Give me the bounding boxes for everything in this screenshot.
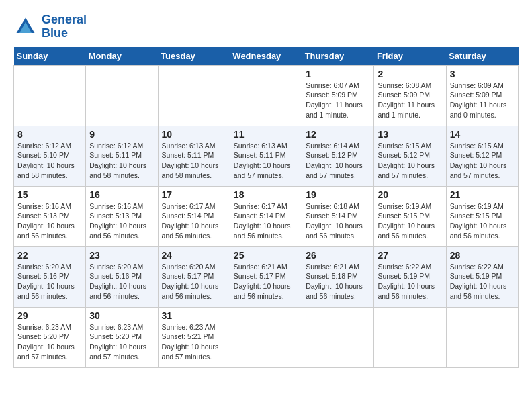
day-number: 8 xyxy=(17,129,82,140)
calendar-cell: 19 Sunrise: 6:18 AMSunset: 5:14 PMDaylig… xyxy=(302,186,374,246)
page-header: General Blue xyxy=(13,13,519,40)
day-number: 18 xyxy=(234,189,298,200)
calendar-cell: 1 Sunrise: 6:07 AMSunset: 5:09 PMDayligh… xyxy=(302,65,374,126)
day-info: Sunrise: 6:16 AMSunset: 5:13 PMDaylight:… xyxy=(17,201,82,241)
day-info: Sunrise: 6:23 AMSunset: 5:20 PMDaylight:… xyxy=(17,322,82,362)
calendar-cell xyxy=(302,307,374,367)
day-info: Sunrise: 6:20 AMSunset: 5:16 PMDaylight:… xyxy=(17,262,82,302)
day-number: 19 xyxy=(306,189,370,200)
day-number: 14 xyxy=(450,129,515,140)
day-number: 23 xyxy=(89,250,154,261)
calendar-cell: 29 Sunrise: 6:23 AMSunset: 5:20 PMDaylig… xyxy=(14,307,86,367)
day-info: Sunrise: 6:21 AMSunset: 5:18 PMDaylight:… xyxy=(306,262,370,302)
day-info: Sunrise: 6:15 AMSunset: 5:12 PMDaylight:… xyxy=(378,141,442,181)
day-of-week-header: Thursday xyxy=(302,47,374,66)
day-number: 31 xyxy=(162,310,226,321)
calendar-cell: 11 Sunrise: 6:13 AMSunset: 5:11 PMDaylig… xyxy=(230,126,302,186)
calendar-cell xyxy=(230,65,302,126)
day-info: Sunrise: 6:17 AMSunset: 5:14 PMDaylight:… xyxy=(234,201,298,241)
day-number: 24 xyxy=(162,250,226,261)
logo: General Blue xyxy=(13,13,87,40)
day-of-week-header: Tuesday xyxy=(158,47,230,66)
calendar-cell: 22 Sunrise: 6:20 AMSunset: 5:16 PMDaylig… xyxy=(14,246,86,307)
day-number: 20 xyxy=(378,189,442,200)
calendar-cell: 13 Sunrise: 6:15 AMSunset: 5:12 PMDaylig… xyxy=(374,126,446,186)
calendar-cell: 9 Sunrise: 6:12 AMSunset: 5:11 PMDayligh… xyxy=(86,126,158,186)
calendar-table: SundayMondayTuesdayWednesdayThursdayFrid… xyxy=(13,47,519,368)
day-number: 11 xyxy=(234,129,298,140)
day-number: 9 xyxy=(89,129,154,140)
day-number: 29 xyxy=(17,310,82,321)
day-info: Sunrise: 6:19 AMSunset: 5:15 PMDaylight:… xyxy=(450,201,515,241)
day-number: 21 xyxy=(450,189,515,200)
calendar-cell: 3 Sunrise: 6:09 AMSunset: 5:09 PMDayligh… xyxy=(446,65,518,126)
calendar-cell xyxy=(158,65,230,126)
day-info: Sunrise: 6:22 AMSunset: 5:19 PMDaylight:… xyxy=(378,262,442,302)
day-info: Sunrise: 6:12 AMSunset: 5:10 PMDaylight:… xyxy=(17,141,82,181)
day-info: Sunrise: 6:21 AMSunset: 5:17 PMDaylight:… xyxy=(234,262,298,302)
day-of-week-header: Saturday xyxy=(446,47,518,66)
calendar-cell: 17 Sunrise: 6:17 AMSunset: 5:14 PMDaylig… xyxy=(158,186,230,246)
calendar-cell: 12 Sunrise: 6:14 AMSunset: 5:12 PMDaylig… xyxy=(302,126,374,186)
logo-icon xyxy=(13,15,38,39)
logo-text: General Blue xyxy=(42,13,87,40)
calendar-cell: 18 Sunrise: 6:17 AMSunset: 5:14 PMDaylig… xyxy=(230,186,302,246)
calendar-cell xyxy=(374,307,446,367)
calendar-cell: 14 Sunrise: 6:15 AMSunset: 5:12 PMDaylig… xyxy=(446,126,518,186)
day-number: 30 xyxy=(89,310,154,321)
calendar-cell: 25 Sunrise: 6:21 AMSunset: 5:17 PMDaylig… xyxy=(230,246,302,307)
calendar-cell xyxy=(446,307,518,367)
day-number: 15 xyxy=(17,189,82,200)
day-number: 17 xyxy=(162,189,226,200)
day-info: Sunrise: 6:18 AMSunset: 5:14 PMDaylight:… xyxy=(306,201,370,241)
day-of-week-header: Sunday xyxy=(14,47,86,66)
day-info: Sunrise: 6:13 AMSunset: 5:11 PMDaylight:… xyxy=(234,141,298,181)
day-info: Sunrise: 6:23 AMSunset: 5:21 PMDaylight:… xyxy=(162,322,226,362)
day-number: 16 xyxy=(89,189,154,200)
calendar-cell: 8 Sunrise: 6:12 AMSunset: 5:10 PMDayligh… xyxy=(14,126,86,186)
calendar-cell: 26 Sunrise: 6:21 AMSunset: 5:18 PMDaylig… xyxy=(302,246,374,307)
day-number: 13 xyxy=(378,129,442,140)
day-info: Sunrise: 6:14 AMSunset: 5:12 PMDaylight:… xyxy=(306,141,370,181)
day-number: 1 xyxy=(306,68,370,79)
day-of-week-header: Wednesday xyxy=(230,47,302,66)
calendar-cell: 21 Sunrise: 6:19 AMSunset: 5:15 PMDaylig… xyxy=(446,186,518,246)
day-number: 27 xyxy=(378,250,442,261)
day-number: 26 xyxy=(306,250,370,261)
day-info: Sunrise: 6:12 AMSunset: 5:11 PMDaylight:… xyxy=(89,141,154,181)
day-info: Sunrise: 6:20 AMSunset: 5:16 PMDaylight:… xyxy=(89,262,154,302)
calendar-cell: 2 Sunrise: 6:08 AMSunset: 5:09 PMDayligh… xyxy=(374,65,446,126)
calendar-cell: 23 Sunrise: 6:20 AMSunset: 5:16 PMDaylig… xyxy=(86,246,158,307)
calendar-cell xyxy=(14,65,86,126)
day-number: 10 xyxy=(162,129,226,140)
calendar-cell: 28 Sunrise: 6:22 AMSunset: 5:19 PMDaylig… xyxy=(446,246,518,307)
calendar-cell xyxy=(86,65,158,126)
day-number: 25 xyxy=(234,250,298,261)
day-number: 3 xyxy=(450,68,515,79)
day-info: Sunrise: 6:20 AMSunset: 5:17 PMDaylight:… xyxy=(162,262,226,302)
day-info: Sunrise: 6:09 AMSunset: 5:09 PMDaylight:… xyxy=(450,81,515,120)
calendar-cell: 15 Sunrise: 6:16 AMSunset: 5:13 PMDaylig… xyxy=(14,186,86,246)
day-info: Sunrise: 6:13 AMSunset: 5:11 PMDaylight:… xyxy=(162,141,226,181)
day-info: Sunrise: 6:17 AMSunset: 5:14 PMDaylight:… xyxy=(162,201,226,241)
day-info: Sunrise: 6:15 AMSunset: 5:12 PMDaylight:… xyxy=(450,141,515,181)
day-info: Sunrise: 6:23 AMSunset: 5:20 PMDaylight:… xyxy=(89,322,154,362)
calendar-cell: 20 Sunrise: 6:19 AMSunset: 5:15 PMDaylig… xyxy=(374,186,446,246)
day-number: 28 xyxy=(450,250,515,261)
day-number: 12 xyxy=(306,129,370,140)
day-number: 2 xyxy=(378,68,442,79)
calendar-cell: 10 Sunrise: 6:13 AMSunset: 5:11 PMDaylig… xyxy=(158,126,230,186)
day-info: Sunrise: 6:08 AMSunset: 5:09 PMDaylight:… xyxy=(378,81,442,120)
calendar-cell: 24 Sunrise: 6:20 AMSunset: 5:17 PMDaylig… xyxy=(158,246,230,307)
calendar-cell: 16 Sunrise: 6:16 AMSunset: 5:13 PMDaylig… xyxy=(86,186,158,246)
day-info: Sunrise: 6:16 AMSunset: 5:13 PMDaylight:… xyxy=(89,201,154,241)
day-number: 22 xyxy=(17,250,82,261)
calendar-cell: 27 Sunrise: 6:22 AMSunset: 5:19 PMDaylig… xyxy=(374,246,446,307)
day-info: Sunrise: 6:19 AMSunset: 5:15 PMDaylight:… xyxy=(378,201,442,241)
calendar-cell xyxy=(230,307,302,367)
day-of-week-header: Friday xyxy=(374,47,446,66)
day-info: Sunrise: 6:22 AMSunset: 5:19 PMDaylight:… xyxy=(450,262,515,302)
calendar-cell: 30 Sunrise: 6:23 AMSunset: 5:20 PMDaylig… xyxy=(86,307,158,367)
calendar-cell: 31 Sunrise: 6:23 AMSunset: 5:21 PMDaylig… xyxy=(158,307,230,367)
day-info: Sunrise: 6:07 AMSunset: 5:09 PMDaylight:… xyxy=(306,81,370,120)
